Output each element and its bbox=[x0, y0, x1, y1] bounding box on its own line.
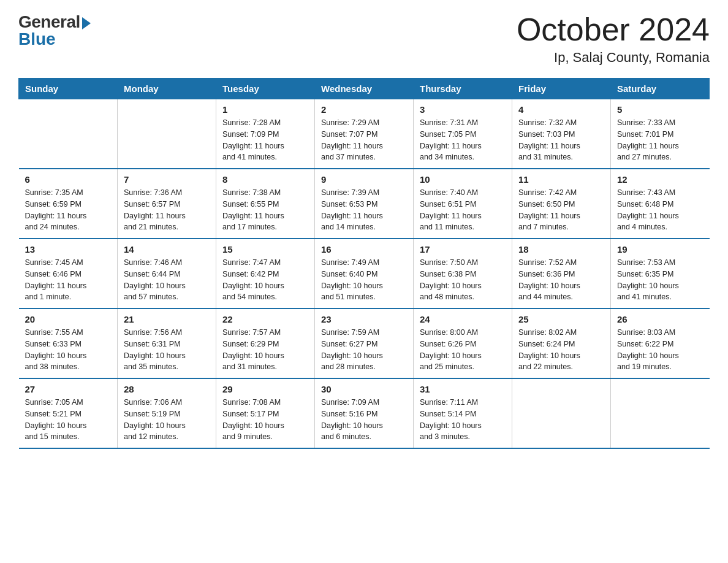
day-number: 7 bbox=[124, 174, 210, 185]
day-info: Sunrise: 7:49 AM Sunset: 6:40 PM Dayligh… bbox=[321, 257, 407, 303]
day-number: 3 bbox=[420, 104, 506, 115]
day-cell: 1Sunrise: 7:28 AM Sunset: 7:09 PM Daylig… bbox=[216, 99, 315, 169]
day-info: Sunrise: 7:46 AM Sunset: 6:44 PM Dayligh… bbox=[124, 257, 210, 303]
day-info: Sunrise: 7:53 AM Sunset: 6:35 PM Dayligh… bbox=[617, 257, 703, 303]
day-number: 5 bbox=[617, 104, 703, 115]
day-info: Sunrise: 7:50 AM Sunset: 6:38 PM Dayligh… bbox=[420, 257, 506, 303]
day-info: Sunrise: 7:42 AM Sunset: 6:50 PM Dayligh… bbox=[518, 187, 604, 233]
day-cell: 14Sunrise: 7:46 AM Sunset: 6:44 PM Dayli… bbox=[118, 239, 216, 308]
header-row: SundayMondayTuesdayWednesdayThursdayFrid… bbox=[19, 79, 710, 99]
day-info: Sunrise: 7:11 AM Sunset: 5:14 PM Dayligh… bbox=[420, 397, 506, 443]
day-number: 23 bbox=[321, 314, 407, 324]
day-info: Sunrise: 7:32 AM Sunset: 7:03 PM Dayligh… bbox=[518, 117, 604, 163]
day-cell: 21Sunrise: 7:56 AM Sunset: 6:31 PM Dayli… bbox=[118, 308, 216, 378]
day-number: 4 bbox=[518, 104, 604, 115]
day-number: 16 bbox=[321, 244, 407, 255]
week-row-5: 27Sunrise: 7:05 AM Sunset: 5:21 PM Dayli… bbox=[19, 378, 710, 448]
day-cell: 4Sunrise: 7:32 AM Sunset: 7:03 PM Daylig… bbox=[512, 99, 611, 169]
day-cell: 12Sunrise: 7:43 AM Sunset: 6:48 PM Dayli… bbox=[611, 169, 710, 239]
calendar-header: SundayMondayTuesdayWednesdayThursdayFrid… bbox=[19, 79, 710, 99]
day-cell: 7Sunrise: 7:36 AM Sunset: 6:57 PM Daylig… bbox=[118, 169, 216, 239]
day-info: Sunrise: 7:09 AM Sunset: 5:16 PM Dayligh… bbox=[321, 397, 407, 443]
logo-blue-text: Blue bbox=[18, 29, 56, 49]
day-info: Sunrise: 7:28 AM Sunset: 7:09 PM Dayligh… bbox=[222, 117, 308, 163]
day-number: 9 bbox=[321, 174, 407, 185]
day-number: 11 bbox=[518, 174, 604, 185]
day-number: 25 bbox=[518, 314, 604, 324]
day-number: 30 bbox=[321, 384, 407, 394]
day-number: 20 bbox=[25, 314, 112, 324]
day-cell: 11Sunrise: 7:42 AM Sunset: 6:50 PM Dayli… bbox=[512, 169, 611, 239]
day-number: 14 bbox=[124, 244, 210, 255]
day-number: 15 bbox=[222, 244, 308, 255]
calendar-body: 1Sunrise: 7:28 AM Sunset: 7:09 PM Daylig… bbox=[19, 99, 710, 449]
day-cell: 8Sunrise: 7:38 AM Sunset: 6:55 PM Daylig… bbox=[216, 169, 315, 239]
day-number: 29 bbox=[222, 384, 308, 394]
day-number: 17 bbox=[420, 244, 506, 255]
day-cell: 18Sunrise: 7:52 AM Sunset: 6:36 PM Dayli… bbox=[512, 239, 611, 308]
day-number: 22 bbox=[222, 314, 308, 324]
day-number: 10 bbox=[420, 174, 506, 185]
day-cell: 3Sunrise: 7:31 AM Sunset: 7:05 PM Daylig… bbox=[414, 99, 512, 169]
calendar-subtitle: Ip, Salaj County, Romania bbox=[517, 50, 710, 66]
day-info: Sunrise: 7:40 AM Sunset: 6:51 PM Dayligh… bbox=[420, 187, 506, 233]
day-number: 12 bbox=[617, 174, 703, 185]
day-info: Sunrise: 7:06 AM Sunset: 5:19 PM Dayligh… bbox=[124, 397, 210, 443]
day-cell bbox=[611, 378, 710, 448]
day-info: Sunrise: 7:45 AM Sunset: 6:46 PM Dayligh… bbox=[25, 257, 112, 303]
day-cell: 25Sunrise: 8:02 AM Sunset: 6:24 PM Dayli… bbox=[512, 308, 611, 378]
day-number: 31 bbox=[420, 384, 506, 394]
day-number: 28 bbox=[124, 384, 210, 394]
day-cell: 6Sunrise: 7:35 AM Sunset: 6:59 PM Daylig… bbox=[19, 169, 118, 239]
day-number: 8 bbox=[222, 174, 308, 185]
day-cell: 22Sunrise: 7:57 AM Sunset: 6:29 PM Dayli… bbox=[216, 308, 315, 378]
day-cell: 29Sunrise: 7:08 AM Sunset: 5:17 PM Dayli… bbox=[216, 378, 315, 448]
day-cell: 13Sunrise: 7:45 AM Sunset: 6:46 PM Dayli… bbox=[19, 239, 118, 308]
day-cell bbox=[19, 99, 118, 169]
day-number: 21 bbox=[124, 314, 210, 324]
day-cell: 26Sunrise: 8:03 AM Sunset: 6:22 PM Dayli… bbox=[611, 308, 710, 378]
day-cell: 5Sunrise: 7:33 AM Sunset: 7:01 PM Daylig… bbox=[611, 99, 710, 169]
day-info: Sunrise: 7:43 AM Sunset: 6:48 PM Dayligh… bbox=[617, 187, 703, 233]
day-cell: 16Sunrise: 7:49 AM Sunset: 6:40 PM Dayli… bbox=[315, 239, 414, 308]
day-number: 27 bbox=[25, 384, 112, 394]
week-row-2: 6Sunrise: 7:35 AM Sunset: 6:59 PM Daylig… bbox=[19, 169, 710, 239]
day-info: Sunrise: 7:05 AM Sunset: 5:21 PM Dayligh… bbox=[25, 397, 112, 443]
day-info: Sunrise: 7:36 AM Sunset: 6:57 PM Dayligh… bbox=[124, 187, 210, 233]
day-info: Sunrise: 7:35 AM Sunset: 6:59 PM Dayligh… bbox=[25, 187, 112, 233]
day-info: Sunrise: 7:08 AM Sunset: 5:17 PM Dayligh… bbox=[222, 397, 308, 443]
day-cell: 24Sunrise: 8:00 AM Sunset: 6:26 PM Dayli… bbox=[414, 308, 512, 378]
day-info: Sunrise: 7:55 AM Sunset: 6:33 PM Dayligh… bbox=[25, 327, 112, 373]
day-cell: 28Sunrise: 7:06 AM Sunset: 5:19 PM Dayli… bbox=[118, 378, 216, 448]
day-info: Sunrise: 7:59 AM Sunset: 6:27 PM Dayligh… bbox=[321, 327, 407, 373]
day-cell: 19Sunrise: 7:53 AM Sunset: 6:35 PM Dayli… bbox=[611, 239, 710, 308]
day-info: Sunrise: 7:33 AM Sunset: 7:01 PM Dayligh… bbox=[617, 117, 703, 163]
day-cell bbox=[118, 99, 216, 169]
day-info: Sunrise: 8:02 AM Sunset: 6:24 PM Dayligh… bbox=[518, 327, 604, 373]
day-info: Sunrise: 7:52 AM Sunset: 6:36 PM Dayligh… bbox=[518, 257, 604, 303]
header-cell-tuesday: Tuesday bbox=[216, 79, 315, 99]
week-row-4: 20Sunrise: 7:55 AM Sunset: 6:33 PM Dayli… bbox=[19, 308, 710, 378]
day-info: Sunrise: 7:29 AM Sunset: 7:07 PM Dayligh… bbox=[321, 117, 407, 163]
day-number: 24 bbox=[420, 314, 506, 324]
day-info: Sunrise: 8:03 AM Sunset: 6:22 PM Dayligh… bbox=[617, 327, 703, 373]
day-cell: 27Sunrise: 7:05 AM Sunset: 5:21 PM Dayli… bbox=[19, 378, 118, 448]
day-number: 2 bbox=[321, 104, 407, 115]
day-number: 1 bbox=[222, 104, 308, 115]
header-cell-monday: Monday bbox=[118, 79, 216, 99]
day-info: Sunrise: 8:00 AM Sunset: 6:26 PM Dayligh… bbox=[420, 327, 506, 373]
day-number: 13 bbox=[25, 244, 112, 255]
logo: General Blue bbox=[18, 12, 91, 49]
week-row-3: 13Sunrise: 7:45 AM Sunset: 6:46 PM Dayli… bbox=[19, 239, 710, 308]
day-cell: 10Sunrise: 7:40 AM Sunset: 6:51 PM Dayli… bbox=[414, 169, 512, 239]
logo-arrow-icon bbox=[82, 17, 91, 29]
title-block: October 2024 Ip, Salaj County, Romania bbox=[517, 12, 710, 66]
day-info: Sunrise: 7:31 AM Sunset: 7:05 PM Dayligh… bbox=[420, 117, 506, 163]
header-cell-saturday: Saturday bbox=[611, 79, 710, 99]
week-row-1: 1Sunrise: 7:28 AM Sunset: 7:09 PM Daylig… bbox=[19, 99, 710, 169]
calendar-title: October 2024 bbox=[517, 12, 710, 47]
day-cell: 30Sunrise: 7:09 AM Sunset: 5:16 PM Dayli… bbox=[315, 378, 414, 448]
day-cell: 23Sunrise: 7:59 AM Sunset: 6:27 PM Dayli… bbox=[315, 308, 414, 378]
day-cell: 31Sunrise: 7:11 AM Sunset: 5:14 PM Dayli… bbox=[414, 378, 512, 448]
day-number: 26 bbox=[617, 314, 703, 324]
